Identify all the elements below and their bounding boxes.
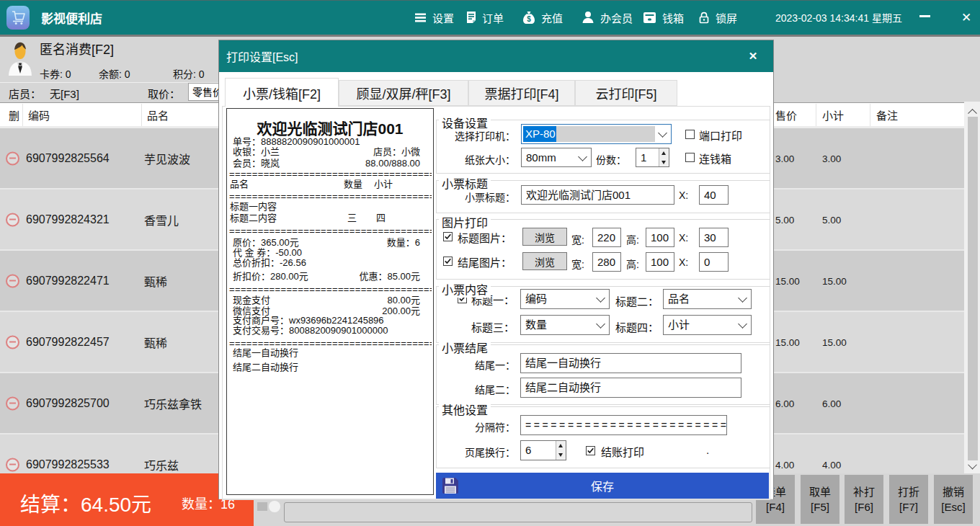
svg-text:$: $: [527, 15, 531, 23]
